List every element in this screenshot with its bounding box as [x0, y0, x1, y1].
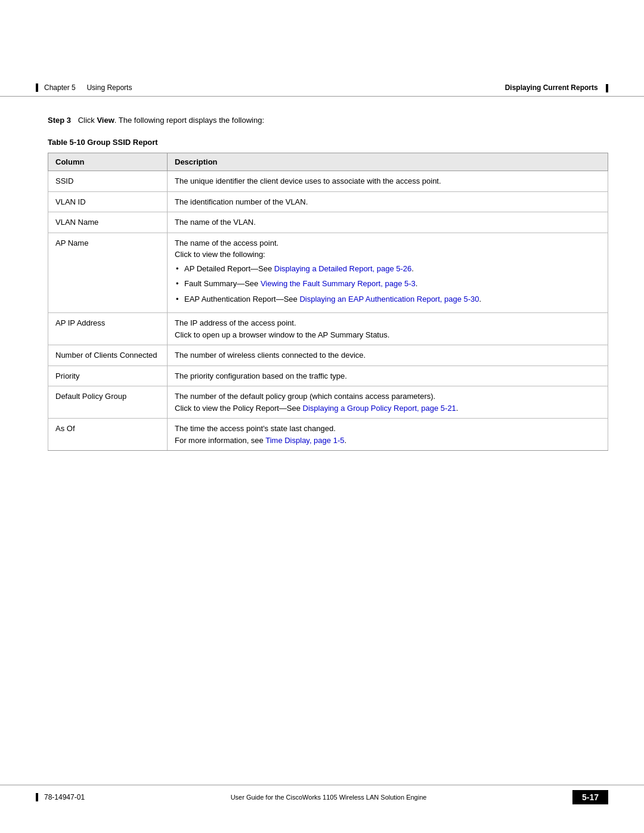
cell-column-vlanid: VLAN ID [48, 191, 168, 212]
table-row: Priority The priority configuration base… [48, 366, 608, 386]
cell-desc-defaultpolicy: The number of the default policy group (… [168, 386, 608, 419]
header-left: Chapter 5 Using Reports [36, 83, 132, 92]
step-text-before: Click [78, 116, 97, 125]
header-separator [79, 83, 83, 92]
table-title: Table 5-10 Group SSID Report [48, 138, 608, 147]
cell-column-apname: AP Name [48, 233, 168, 313]
footer-center: User Guide for the CiscoWorks 1105 Wirel… [85, 794, 572, 801]
policy-link-text: Click to view the Policy Report—See Disp… [175, 402, 600, 414]
cell-desc-priority: The priority configuration based on the … [168, 366, 608, 386]
table-row: AP IP Address The IP address of the acce… [48, 313, 608, 345]
table-row: SSID The unique identifier the client de… [48, 171, 608, 192]
step-bold-word: View [97, 116, 114, 125]
header-right-bar-indicator [606, 84, 608, 92]
cell-desc-vlanid: The identification number of the VLAN. [168, 191, 608, 212]
report-table: Column Description SSID The unique ident… [48, 153, 608, 451]
page-container: Chapter 5 Using Reports Displaying Curre… [0, 0, 644, 833]
cell-column-asof: As Of [48, 419, 168, 451]
table-row: Default Policy Group The number of the d… [48, 386, 608, 419]
chapter-label: Chapter 5 [44, 83, 76, 92]
ap-name-bullets: AP Detailed Report—See Displaying a Deta… [175, 263, 600, 305]
link-group-policy[interactable]: Displaying a Group Policy Report, page 5… [303, 404, 456, 413]
footer-bar: 78-14947-01 User Guide for the CiscoWork… [0, 785, 644, 809]
step-label: Step 3 [48, 116, 71, 125]
header-right-text: Displaying Current Reports [505, 83, 598, 92]
cell-column-vlanname: VLAN Name [48, 212, 168, 233]
cell-desc-numclients: The number of wireless clients connected… [168, 345, 608, 366]
table-row: VLAN ID The identification number of the… [48, 191, 608, 212]
header-bar: Chapter 5 Using Reports Displaying Curre… [0, 78, 644, 97]
step-line: Step 3 Click View. The following report … [48, 114, 608, 126]
cell-column-priority: Priority [48, 366, 168, 386]
chapter-title: Using Reports [86, 83, 132, 92]
table-row: As Of The time the access point's state … [48, 419, 608, 451]
cell-column-defaultpolicy: Default Policy Group [48, 386, 168, 419]
apip-text1: The IP address of the access point. [175, 317, 600, 329]
cell-desc-asof: The time the access point's state last c… [168, 419, 608, 451]
asof-text1: The time the access point's state last c… [175, 423, 600, 435]
footer-doc-number: 78-14947-01 [44, 793, 85, 801]
link-displaying-eap[interactable]: Displaying an EAP Authentication Report,… [299, 295, 479, 304]
step-text-after: . The following report displays the foll… [114, 116, 264, 125]
cell-desc-apip: The IP address of the access point. Clic… [168, 313, 608, 345]
bullet-fault-summary: Fault Summary—See Viewing the Fault Summ… [175, 278, 600, 290]
col-header-column: Column [48, 153, 168, 171]
col-header-description: Description [168, 153, 608, 171]
bullet-eap-auth: EAP Authentication Report—See Displaying… [175, 293, 600, 305]
table-row: Number of Clients Connected The number o… [48, 345, 608, 366]
table-header-row: Column Description [48, 153, 608, 171]
cell-desc-ssid: The unique identifier the client device … [168, 171, 608, 192]
cell-column-numclients: Number of Clients Connected [48, 345, 168, 366]
policy-text1: The number of the default policy group (… [175, 391, 600, 402]
footer-left: 78-14947-01 [36, 793, 85, 801]
ap-name-click: Click to view the following: [175, 249, 600, 261]
asof-text2: For more information, see Time Display, … [175, 435, 600, 447]
apip-text2: Click to open up a browser window to the… [175, 329, 600, 341]
header-bar-indicator [36, 83, 38, 92]
link-time-display[interactable]: Time Display, page 1-5 [265, 436, 344, 445]
ap-name-intro: The name of the access point. [175, 237, 600, 249]
footer-page-number: 5-17 [572, 790, 608, 804]
link-viewing-fault[interactable]: Viewing the Fault Summary Report, page 5… [261, 279, 416, 288]
bullet-ap-detailed: AP Detailed Report—See Displaying a Deta… [175, 263, 600, 275]
main-content: Step 3 Click View. The following report … [0, 97, 644, 833]
cell-column-ssid: SSID [48, 171, 168, 192]
header-right: Displaying Current Reports [505, 83, 608, 92]
link-displaying-detailed[interactable]: Displaying a Detailed Report, page 5-26 [274, 264, 412, 273]
table-row: AP Name The name of the access point. Cl… [48, 233, 608, 313]
cell-desc-vlanname: The name of the VLAN. [168, 212, 608, 233]
cell-desc-apname: The name of the access point. Click to v… [168, 233, 608, 313]
footer-bar-indicator [36, 793, 38, 801]
cell-column-apip: AP IP Address [48, 313, 168, 345]
table-row: VLAN Name The name of the VLAN. [48, 212, 608, 233]
